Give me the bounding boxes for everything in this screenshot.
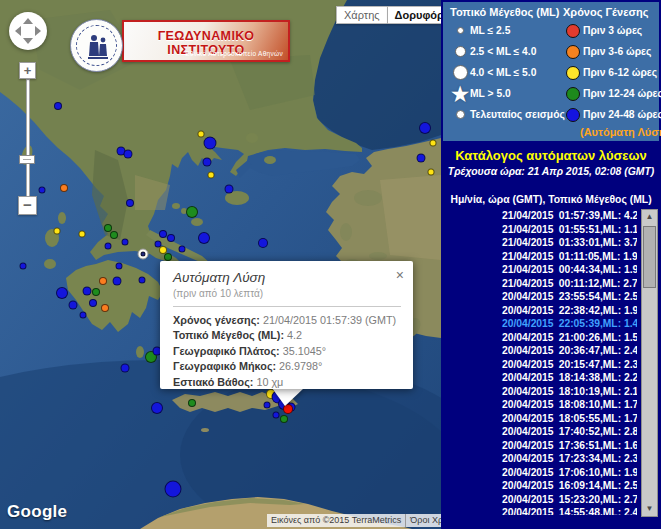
earthquake-marker-green[interactable] (110, 231, 118, 239)
pan-right-icon[interactable] (35, 26, 41, 36)
scrollbar-thumb[interactable] (643, 226, 656, 288)
pan-down-icon[interactable] (23, 38, 33, 44)
earthquake-marker-blue[interactable] (126, 199, 134, 207)
maptype-map-button[interactable]: Χάρτης (336, 6, 388, 24)
pan-up-icon[interactable] (23, 18, 33, 24)
catalog-row[interactable]: 20/04/2015 16:09:14,ML: 2.5 (441, 479, 637, 493)
earthquake-marker-green[interactable] (164, 253, 172, 261)
pan-left-icon[interactable] (15, 26, 21, 36)
earthquake-marker-blue[interactable] (20, 263, 27, 270)
earthquake-marker-blue[interactable] (113, 277, 122, 286)
zoom-out-button[interactable]: − (18, 196, 37, 215)
earthquake-marker-blue[interactable] (139, 277, 146, 284)
legend-magnitude-item: 4.0 < ML ≤ 5.0 (450, 62, 562, 83)
google-logo[interactable]: Google (7, 502, 67, 522)
pan-control[interactable] (9, 12, 47, 50)
catalog-row[interactable]: 21/04/2015 01:11:05,ML: 1.9 (441, 250, 637, 264)
earthquake-marker-blue[interactable] (258, 238, 268, 248)
earthquake-marker-blue[interactable] (179, 246, 186, 253)
catalog-row[interactable]: 20/04/2015 22:38:42,ML: 1.9 (441, 304, 637, 318)
catalog-row[interactable]: 20/04/2015 17:06:10,ML: 1.9 (441, 466, 637, 480)
catalog-scrollbar[interactable]: ▲ ▼ (641, 209, 658, 517)
catalog-row[interactable]: 21/04/2015 00:11:12,ML: 2.7 (441, 277, 637, 291)
scrollbar-down-icon[interactable]: ▼ (642, 502, 657, 516)
earthquake-popup: Αυτόματη Λύση (πριν από 10 λεπτά) × Χρόν… (160, 261, 413, 389)
event-datetime: 20/04/2015 16:09:14, (502, 479, 603, 493)
legend-label: Πριν 3-6 ώρες (583, 46, 651, 57)
earthquake-marker-blue[interactable] (39, 187, 46, 194)
catalog-row[interactable]: 21/04/2015 01:55:51,ML: 1.1 (441, 223, 637, 237)
legend-magnitude-item: Τελευταίος σεισμός (450, 104, 562, 125)
terms-of-use-link[interactable]: Όροι Χρήσης (405, 514, 441, 527)
catalog-row[interactable]: 20/04/2015 18:14:38,ML: 2.2 (441, 371, 637, 385)
event-datetime: 21/04/2015 01:57:39, (502, 209, 603, 223)
catalog-row[interactable]: 20/04/2015 18:05:55,ML: 1.7 (441, 412, 637, 426)
earthquake-marker-blue[interactable] (273, 412, 280, 419)
earthquake-marker-green[interactable] (186, 206, 198, 218)
earthquake-marker-blue[interactable] (198, 232, 210, 244)
catalog-row[interactable]: 20/04/2015 18:10:19,ML: 2.1 (441, 385, 637, 399)
earthquake-marker-blue[interactable] (83, 287, 92, 296)
earthquake-marker-blue[interactable] (116, 263, 123, 270)
earthquake-marker-blue[interactable] (69, 301, 78, 310)
earthquake-marker-orange[interactable] (101, 304, 109, 312)
earthquake-marker-blue[interactable] (167, 234, 175, 242)
earthquake-marker-blue[interactable] (159, 230, 167, 238)
map-canvas[interactable]: Αυτόματη Λύση (πριν από 10 λεπτά) × Χρόν… (0, 0, 441, 529)
zoom-in-button[interactable]: + (19, 62, 36, 79)
legend-age-items: Πριν 3 ώρεςΠριν 3-6 ώρεςΠριν 6-12 ώρεςΠρ… (563, 20, 661, 125)
earthquake-marker-blue[interactable] (122, 239, 129, 246)
earthquake-marker-orange[interactable] (60, 184, 68, 192)
catalog-row[interactable]: 21/04/2015 00:44:34,ML: 1.9 (441, 263, 637, 277)
earthquake-marker-blue[interactable] (80, 312, 87, 319)
catalog-row[interactable]: 20/04/2015 20:36:47,ML: 2.4 (441, 344, 637, 358)
earthquake-marker-yellow[interactable] (428, 169, 435, 176)
catalog-row[interactable]: 20/04/2015 21:00:26,ML: 1.5 (441, 331, 637, 345)
catalog-row-selected[interactable]: 20/04/2015 22:05:39,ML: 1.4 (441, 317, 637, 331)
catalog-row[interactable]: 20/04/2015 17:36:51,ML: 1.6 (441, 439, 637, 453)
catalog-row[interactable]: 20/04/2015 17:40:52,ML: 2.8 (441, 425, 637, 439)
earthquake-marker-blue[interactable] (225, 185, 234, 194)
catalog-row[interactable]: 20/04/2015 17:23:34,ML: 2.3 (441, 452, 637, 466)
earthquake-marker-blue[interactable] (417, 154, 426, 163)
earthquake-marker-blue[interactable] (165, 481, 182, 498)
event-magnitude: ML: 1.9 (602, 250, 637, 264)
earthquake-marker-yellow[interactable] (198, 131, 205, 138)
catalog-row[interactable]: 20/04/2015 23:55:54,ML: 2.5 (441, 290, 637, 304)
earthquake-marker-green[interactable] (92, 288, 100, 296)
earthquake-marker-blue[interactable] (151, 402, 163, 414)
earthquake-marker-blue[interactable] (89, 299, 97, 307)
earthquake-marker-yellow[interactable] (430, 140, 437, 147)
earthquake-marker-blue[interactable] (105, 243, 112, 250)
catalog-row[interactable]: 20/04/2015 20:15:47,ML: 2.3 (441, 358, 637, 372)
catalog-row[interactable]: 21/04/2015 01:57:39,ML: 4.2 (441, 209, 637, 223)
event-datetime: 20/04/2015 18:05:55, (502, 412, 603, 426)
catalog-row[interactable]: 20/04/2015 15:23:20,ML: 2.7 (441, 493, 637, 507)
earthquake-marker-yellow[interactable] (208, 172, 215, 179)
legend-magnitude-item: ★ML > 5.0 (450, 83, 562, 104)
earthquake-marker-blue[interactable] (54, 102, 62, 110)
earthquake-marker-orange[interactable] (99, 277, 107, 285)
earthquake-marker-blue[interactable] (204, 137, 217, 150)
earthquake-marker-blue[interactable] (56, 287, 68, 299)
catalog-row[interactable]: 20/04/2015 18:08:10,ML: 1.7 (441, 398, 637, 412)
earthquake-marker-blue[interactable] (203, 158, 212, 167)
earthquake-marker-green[interactable] (188, 399, 196, 407)
maptype-satellite-button[interactable]: Δορυφόρος (388, 6, 441, 24)
earthquake-marker-yellow[interactable] (54, 228, 61, 235)
zoom-slider-track[interactable] (26, 79, 30, 197)
earthquake-marker-yellow[interactable] (79, 231, 86, 238)
earthquake-marker-blue[interactable] (264, 402, 271, 409)
earthquake-marker-blue[interactable] (121, 364, 130, 373)
earthquake-marker-blue[interactable] (124, 150, 133, 159)
close-icon[interactable]: × (396, 268, 404, 282)
geodynamic-institute-app: Αυτόματη Λύση (πριν από 10 λεπτά) × Χρόν… (0, 0, 661, 529)
legend-label: Πριν 3 ώρες (583, 25, 642, 36)
earthquake-marker-green[interactable] (280, 415, 288, 423)
catalog-row[interactable]: 21/04/2015 01:33:01,ML: 3.7 (441, 236, 637, 250)
scrollbar-up-icon[interactable]: ▲ (642, 210, 657, 224)
earthquake-marker-blue[interactable] (419, 122, 431, 134)
earthquake-marker-navy[interactable] (141, 252, 146, 257)
zoom-slider-handle[interactable] (19, 155, 35, 164)
catalog-row[interactable]: 20/04/2015 14:55:48,ML: 2.4 (441, 506, 637, 515)
